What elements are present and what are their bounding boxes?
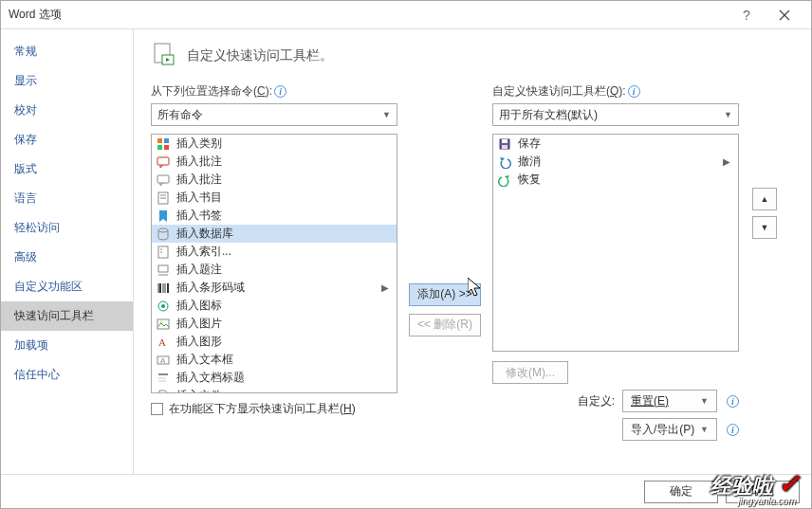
chevron-down-icon: ▼ (761, 223, 769, 232)
qat-header-icon (151, 41, 177, 70)
comment2-icon (156, 173, 171, 188)
svg-point-11 (158, 228, 168, 232)
list-item-label: 恢复 (518, 172, 541, 188)
list-item[interactable]: 插入书目 (152, 189, 397, 207)
svg-text:A: A (158, 336, 166, 348)
cancel-button[interactable]: 取消 (726, 481, 800, 503)
list-item-label: 插入批注 (176, 154, 222, 170)
svg-rect-33 (502, 139, 508, 143)
list-item[interactable]: 插入图片 (152, 315, 397, 333)
qat-label: 自定义快速访问工具栏(Q):i (492, 83, 739, 100)
header-title: 自定义快速访问工具栏。 (187, 47, 333, 64)
columns: 从下列位置选择命令(C):i 所有命令 ▼ 插入类别插入批注插入批注插入书目插入… (151, 83, 794, 441)
grid-icon (156, 136, 171, 152)
help-button[interactable]: ? (728, 2, 766, 28)
transfer-buttons: 添加(A) >> << 删除(R) (407, 83, 483, 441)
qat-bottom-controls: 修改(M)... 自定义: 重置(E)▼ i 导入/导出(P)▼ (492, 361, 739, 441)
svg-rect-5 (164, 145, 169, 150)
svg-rect-6 (157, 157, 169, 165)
list-item[interactable]: 插入批注 (152, 171, 397, 189)
list-item[interactable]: 插入批注 (152, 153, 397, 171)
redo-icon (497, 173, 512, 188)
svg-rect-4 (157, 145, 162, 150)
list-item-label: 插入类别 (176, 136, 222, 152)
iconimg-icon (156, 299, 171, 314)
list-item-label: 插入书目 (176, 190, 222, 206)
info-icon[interactable]: i (628, 85, 640, 98)
chevron-down-icon: ▼ (382, 110, 391, 119)
checkbox-label: 在功能区下方显示快速访问工具栏(H) (169, 401, 356, 417)
move-down-button[interactable]: ▼ (752, 216, 777, 239)
list-item[interactable]: 插入书签 (152, 207, 397, 225)
choose-commands-select[interactable]: 所有命令 ▼ (151, 103, 397, 126)
sidebar-item-advanced[interactable]: 高级 (1, 243, 133, 272)
svg-rect-7 (157, 175, 169, 183)
qat-listbox[interactable]: 保存撤消▶恢复 (492, 134, 739, 352)
list-item-label: 插入批注 (176, 172, 222, 188)
list-item[interactable]: 保存 (493, 135, 738, 153)
sidebar-item-qat[interactable]: 快速访问工具栏 (1, 301, 133, 331)
comment-icon (156, 155, 171, 170)
list-item[interactable]: A插入图形 (152, 333, 397, 351)
show-below-ribbon-checkbox[interactable]: 在功能区下方显示快速访问工具栏(H) (151, 401, 397, 417)
list-item[interactable]: 插入数据库 (152, 225, 397, 243)
info-icon[interactable]: i (727, 424, 739, 436)
svg-rect-34 (502, 145, 508, 149)
list-item[interactable]: 插入类别 (152, 135, 397, 153)
commands-listbox[interactable]: 插入类别插入批注插入批注插入书目插入书签插入数据库插入索引...插入题注插入条形… (151, 134, 397, 393)
chevron-down-icon: ▼ (724, 110, 732, 119)
choose-commands-column: 从下列位置选择命令(C):i 所有命令 ▼ 插入类别插入批注插入批注插入书目插入… (151, 83, 397, 441)
dialog-footer: 确定 取消 (1, 474, 811, 508)
sidebar-item-addins[interactable]: 加载项 (1, 331, 133, 360)
sidebar-item-display[interactable]: 显示 (1, 66, 133, 96)
list-item[interactable]: 插入文件 (152, 387, 397, 393)
select-value: 所有命令 (157, 107, 203, 123)
close-button[interactable] (766, 2, 803, 28)
sidebar-item-ease[interactable]: 轻松访问 (1, 213, 133, 243)
sidebar-item-layout[interactable]: 版式 (1, 155, 133, 184)
chevron-up-icon: ▲ (761, 194, 769, 204)
qat-scope-select[interactable]: 用于所有文档(默认) ▼ (492, 103, 739, 126)
list-item-label: 插入索引... (176, 244, 231, 260)
sidebar-item-proofing[interactable]: 校对 (1, 96, 133, 125)
undo-icon (497, 155, 512, 170)
info-icon[interactable]: i (274, 85, 286, 98)
list-item-label: 插入条形码域 (176, 280, 245, 296)
textbox-icon: A (156, 353, 171, 368)
import-export-dropdown[interactable]: 导入/导出(P)▼ (622, 418, 717, 441)
list-item[interactable]: 恢复 (493, 171, 738, 189)
svg-rect-2 (157, 138, 162, 143)
title-icon (156, 371, 171, 386)
list-item-label: 插入题注 (176, 262, 222, 278)
sidebar-item-language[interactable]: 语言 (1, 184, 133, 213)
sidebar-item-customize-ribbon[interactable]: 自定义功能区 (1, 272, 133, 301)
picture-icon (156, 317, 171, 332)
list-item[interactable]: 插入题注 (152, 261, 397, 279)
svg-rect-3 (164, 138, 169, 143)
list-item-label: 插入数据库 (176, 226, 233, 242)
info-icon[interactable]: i (727, 395, 739, 408)
svg-rect-24 (157, 319, 169, 329)
choose-commands-label: 从下列位置选择命令(C):i (151, 83, 397, 100)
sidebar-item-trust[interactable]: 信任中心 (1, 360, 133, 390)
sidebar-item-save[interactable]: 保存 (1, 125, 133, 155)
submenu-arrow-icon: ▶ (381, 282, 393, 293)
list-item[interactable]: 插入索引... (152, 243, 397, 261)
ok-button[interactable]: 确定 (644, 481, 718, 503)
bookmark-icon (156, 209, 171, 224)
list-item[interactable]: A插入文本框 (152, 351, 397, 369)
checkbox-icon (151, 403, 163, 415)
chevron-down-icon: ▼ (700, 425, 709, 434)
modify-button[interactable]: 修改(M)... (492, 361, 568, 384)
reset-dropdown[interactable]: 重置(E)▼ (622, 390, 717, 412)
move-up-button[interactable]: ▲ (752, 188, 777, 210)
reorder-buttons: ▲ ▼ (752, 188, 777, 239)
sidebar-item-general[interactable]: 常规 (1, 37, 133, 66)
chevron-down-icon: ▼ (700, 396, 709, 406)
list-item[interactable]: 插入文档标题 (152, 369, 397, 387)
list-item[interactable]: 撤消▶ (493, 153, 738, 171)
list-item[interactable]: 插入条形码域▶ (152, 279, 397, 297)
remove-button[interactable]: << 删除(R) (409, 314, 481, 336)
list-item[interactable]: 插入图标 (152, 297, 397, 315)
add-button[interactable]: 添加(A) >> (409, 283, 480, 306)
